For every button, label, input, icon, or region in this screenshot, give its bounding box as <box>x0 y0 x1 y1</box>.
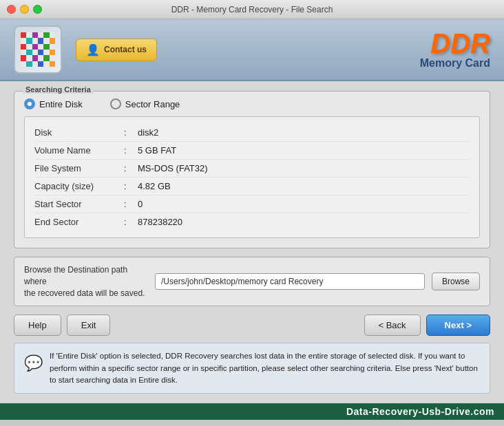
searching-criteria-group: Searching Criteria Entire Disk Sector Ra… <box>14 91 490 248</box>
filesystem-colon: : <box>124 163 138 173</box>
entire-disk-label: Entire Disk <box>39 99 83 109</box>
info-message-box: 💬 If 'Entire Disk' option is selected, D… <box>14 343 490 394</box>
path-input[interactable] <box>155 273 425 290</box>
start-sector-value: 0 <box>138 199 143 209</box>
info-message-text: If 'Entire Disk' option is selected, DDR… <box>50 350 480 386</box>
disk-info-box: Disk : disk2 Volume Name : 5 GB FAT File… <box>24 116 480 238</box>
branding: DDR Memory Card <box>420 30 490 70</box>
sector-range-radio[interactable] <box>110 98 121 109</box>
path-label: Browse the Destination path where the re… <box>24 264 148 299</box>
close-button[interactable] <box>7 5 16 14</box>
contact-label: Contact us <box>104 45 147 54</box>
search-options-row: Entire Disk Sector Range <box>24 98 480 109</box>
end-sector-row: End Sector : 878238220 <box>34 213 470 231</box>
header: 👤 Contact us DDR Memory Card <box>0 19 504 81</box>
disk-row: Disk : disk2 <box>34 124 470 142</box>
info-message-icon: 💬 <box>24 352 43 374</box>
capacity-value: 4.82 GB <box>138 181 171 191</box>
window-title: DDR - Memory Card Recovery - File Search <box>171 5 333 14</box>
sector-range-option[interactable]: Sector Range <box>110 98 180 109</box>
window-controls <box>7 5 42 14</box>
disk-value: disk2 <box>138 127 158 138</box>
next-button[interactable]: Next > <box>426 315 490 336</box>
start-sector-key: Start Sector <box>34 199 124 209</box>
end-sector-colon: : <box>124 217 138 227</box>
disk-colon: : <box>124 127 138 138</box>
maximize-button[interactable] <box>33 5 42 14</box>
filesystem-row: File System : MS-DOS (FAT32) <box>34 160 470 178</box>
capacity-colon: : <box>124 181 138 191</box>
logo-checkerboard-icon <box>21 32 55 67</box>
filesystem-value: MS-DOS (FAT32) <box>138 163 208 173</box>
capacity-key: Capacity (size) <box>34 181 124 191</box>
app-logo <box>14 25 62 74</box>
sector-range-label: Sector Range <box>125 99 180 109</box>
group-label: Searching Criteria <box>23 85 94 94</box>
volume-row: Volume Name : 5 GB FAT <box>34 142 470 160</box>
footer-watermark: Data-Recovery-Usb-Drive.com <box>0 403 504 420</box>
browse-button[interactable]: Browse <box>432 273 480 290</box>
destination-path-section: Browse the Destination path where the re… <box>14 257 490 306</box>
volume-colon: : <box>124 145 138 156</box>
entire-disk-radio[interactable] <box>24 98 35 109</box>
volume-value: 5 GB FAT <box>138 145 176 156</box>
back-button[interactable]: < Back <box>364 315 421 336</box>
watermark-text: Data-Recovery-Usb-Drive.com <box>346 406 494 417</box>
titlebar: DDR - Memory Card Recovery - File Search <box>0 0 504 19</box>
filesystem-key: File System <box>34 163 124 173</box>
end-sector-key: End Sector <box>34 217 124 227</box>
capacity-row: Capacity (size) : 4.82 GB <box>34 178 470 195</box>
end-sector-value: 878238220 <box>138 217 182 227</box>
contact-button[interactable]: 👤 Contact us <box>76 39 157 61</box>
contact-icon: 👤 <box>86 43 100 56</box>
help-button[interactable]: Help <box>14 315 61 336</box>
disk-key: Disk <box>34 127 124 138</box>
minimize-button[interactable] <box>20 5 29 14</box>
start-sector-colon: : <box>124 199 138 209</box>
volume-key: Volume Name <box>34 145 124 156</box>
ddr-subtitle: Memory Card <box>420 57 490 70</box>
exit-button[interactable]: Exit <box>67 315 111 336</box>
entire-disk-option[interactable]: Entire Disk <box>24 98 83 109</box>
start-sector-row: Start Sector : 0 <box>34 195 470 213</box>
main-content: Searching Criteria Entire Disk Sector Ra… <box>0 81 504 403</box>
ddr-title: DDR <box>420 30 490 57</box>
action-buttons: Help Exit < Back Next > <box>14 315 490 336</box>
